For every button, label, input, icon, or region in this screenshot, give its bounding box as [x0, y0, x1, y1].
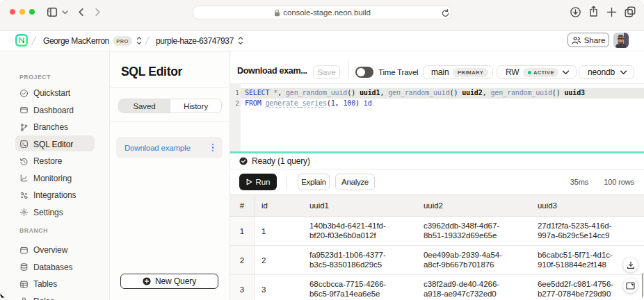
plus-circle-icon: [143, 277, 151, 285]
address-bar[interactable]: console-stage.neon.build: [193, 6, 452, 19]
gear-icon: [19, 208, 29, 217]
col-header-uuid2: uuid2: [424, 201, 443, 210]
scrollbar-thumb[interactable]: [642, 273, 644, 300]
browser-chrome: console-stage.neon.build: [0, 0, 644, 31]
chevron-down-icon[interactable]: [62, 10, 68, 15]
database-icon: [19, 262, 29, 272]
check-circle-icon: [19, 89, 29, 98]
branch-select[interactable]: main PRIMARY: [423, 65, 493, 79]
sidebar-item-branches[interactable]: Branches: [0, 119, 109, 136]
compute-select[interactable]: RW ACTIVE: [497, 65, 577, 79]
integrations-icon: [19, 191, 29, 200]
sidebar-item-restore[interactable]: Restore: [0, 153, 109, 170]
tab-saved[interactable]: Saved: [119, 99, 170, 112]
query-title: Download exam...: [237, 66, 307, 76]
expand-icon: [626, 282, 635, 290]
primary-badge: PRIMARY: [453, 68, 488, 77]
save-button[interactable]: Save: [313, 65, 340, 79]
project-name: purple-haze-63747937: [156, 36, 234, 46]
analyze-button[interactable]: Analyze: [335, 174, 375, 190]
sidebar-toggle-icon[interactable]: [47, 8, 57, 17]
saved-query-list: Download example: [110, 122, 230, 158]
history-icon: [19, 157, 29, 166]
download-icon: [627, 261, 635, 269]
toolbar-divider: [348, 60, 349, 78]
chevron-down-icon: [620, 70, 627, 75]
org-name: George MacKerron: [43, 36, 109, 46]
users-icon: [572, 36, 581, 44]
table-header-row: # id uuid1 uuid2 uuid3: [230, 195, 644, 217]
time-travel-label: Time Travel: [378, 68, 418, 76]
app-header: George MacKerron PRO purple-haze-6374793…: [0, 31, 644, 51]
table-row[interactable]: 1 1 140b3b4d-6421-41fd-bf20-f03e6b0a012f…: [230, 217, 644, 246]
table-row[interactable]: 3 3 68ccbcca-7715-4266-b6c5-9f7a14ea6e5e…: [230, 275, 644, 300]
close-window-button[interactable]: [10, 9, 16, 15]
forward-icon[interactable]: [95, 8, 100, 16]
actions-divider: [286, 175, 287, 189]
user-avatar[interactable]: [613, 33, 629, 48]
reload-icon[interactable]: [441, 8, 450, 18]
sidebar-item-overview[interactable]: Overview: [0, 242, 109, 259]
pro-badge: PRO: [113, 36, 132, 46]
status-text: Ready (1 query): [252, 156, 310, 166]
line-number: 2: [230, 99, 239, 109]
downloads-icon[interactable]: [570, 7, 581, 17]
sidebar-item-databases[interactable]: Databases: [0, 259, 109, 276]
neon-logo[interactable]: [15, 34, 28, 47]
project-sidebar: PROJECT Quickstart Dashboard Branches SQ…: [0, 51, 109, 300]
code-editor[interactable]: 1 2 SELECT *, gen_random_uuid() uuid1, g…: [230, 84, 644, 151]
tab-history[interactable]: History: [170, 99, 221, 112]
table-row[interactable]: 2 2 fa9523d1-1b06-4377-b3c5-8350186d29c5…: [230, 246, 644, 275]
window-icon: [19, 106, 29, 115]
database-select[interactable]: neondb: [579, 65, 634, 79]
new-tab-icon[interactable]: [606, 7, 617, 17]
share-label: Share: [584, 36, 606, 44]
sidebar-item-quickstart[interactable]: Quickstart: [0, 85, 109, 102]
table-icon: [19, 280, 29, 289]
sidebar-item-settings[interactable]: Settings: [0, 204, 109, 222]
editor-toolbar: Download exam... Save Time Travel main P…: [230, 51, 644, 84]
breadcrumb-slash-icon: [31, 36, 37, 46]
query-menu-icon[interactable]: [212, 144, 214, 151]
sidebar-item-roles[interactable]: Roles: [0, 293, 109, 300]
actions-bar: Run Explain Analyze 35ms 100 rows: [230, 169, 644, 195]
run-button[interactable]: Run: [239, 174, 277, 190]
sql-editor-icon: [19, 140, 29, 149]
tab-overview-icon[interactable]: [625, 6, 636, 17]
download-results-button[interactable]: [623, 258, 638, 272]
expand-results-button[interactable]: [623, 278, 638, 293]
row-count: 100 rows: [604, 178, 634, 186]
sidebar-item-sql-editor[interactable]: SQL Editor: [0, 136, 109, 153]
sidebar-item-dashboard[interactable]: Dashboard: [0, 102, 109, 119]
minimize-window-button[interactable]: [19, 9, 26, 15]
queries-panel: SQL Editor Saved History Download exampl…: [109, 51, 230, 300]
breadcrumb-slash-icon: [144, 36, 150, 46]
time-travel-toggle[interactable]: [355, 67, 373, 78]
project-breadcrumb[interactable]: purple-haze-63747937: [156, 31, 244, 51]
new-query-button[interactable]: New Query: [120, 274, 218, 289]
org-selector-icon[interactable]: [136, 36, 143, 45]
org-breadcrumb[interactable]: George MacKerron PRO: [43, 31, 143, 51]
project-selector-icon[interactable]: [237, 36, 244, 45]
git-branch-icon: [19, 123, 29, 132]
sidebar-item-integrations[interactable]: Integrations: [0, 187, 109, 204]
chart-icon: [19, 174, 29, 183]
content-area: PROJECT Quickstart Dashboard Branches SQ…: [0, 51, 644, 300]
share-button[interactable]: Share: [567, 33, 609, 47]
saved-query-item[interactable]: Download example: [116, 137, 223, 158]
back-icon[interactable]: [79, 8, 83, 16]
sidebar-section-branch: BRANCH: [19, 227, 109, 234]
saved-history-tabs: Saved History: [110, 88, 230, 122]
col-header-num: #: [240, 201, 244, 210]
play-icon: [246, 178, 252, 185]
browser-window: console-stage.neon.build: [0, 0, 644, 300]
url-text: console-stage.neon.build: [283, 8, 370, 17]
active-dot-icon: [528, 71, 531, 74]
explain-button[interactable]: Explain: [298, 174, 330, 190]
code-line-1: SELECT *, gen_random_uuid() uuid1, gen_r…: [245, 88, 585, 99]
code-line-2: FROM generate_series(1, 100) id: [245, 99, 372, 109]
sidebar-item-monitoring[interactable]: Monitoring: [0, 170, 109, 188]
share-page-icon[interactable]: [589, 6, 598, 17]
sidebar-item-tables[interactable]: Tables: [0, 276, 109, 293]
zoom-window-button[interactable]: [29, 9, 35, 15]
